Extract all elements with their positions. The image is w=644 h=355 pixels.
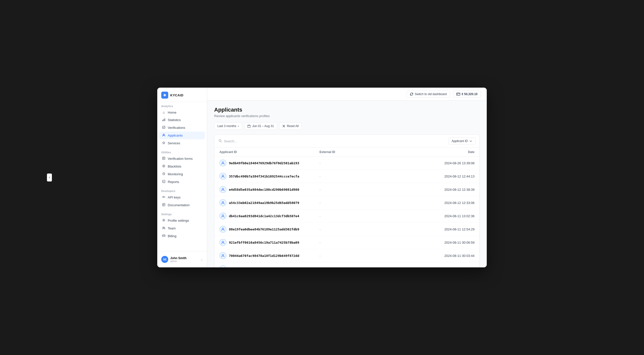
external-id-cell: -: [320, 161, 420, 165]
date-cell: 2024-08-12 12:44:13: [420, 174, 474, 178]
applicant-icon: [220, 212, 226, 220]
table-row[interactable]: bea8e263029fc849af1aabf1d3bbd4c6a01a - 2…: [214, 262, 480, 267]
analytics-section: Analytics ⌂ Home Statistics Verification…: [157, 102, 207, 148]
search-type-label: Applicant ID: [452, 139, 468, 143]
table-row[interactable]: 80e19fea0dbee84b76189e1125add302fdb9 - 2…: [214, 223, 480, 236]
svg-point-43: [222, 215, 224, 216]
sidebar-item-verification-forms[interactable]: Verification forms: [159, 155, 205, 162]
applicant-icon: [220, 160, 226, 166]
table-row[interactable]: e4d58d5e035a984dec180cd290b69081d980 - 2…: [214, 183, 480, 196]
verifications-icon: [162, 126, 166, 130]
sidebar-item-applicants[interactable]: Applicants: [159, 132, 205, 139]
table-row[interactable]: 357dbc490b7a384f341b1092544ccce7ecfa - 2…: [214, 170, 480, 183]
blacklists-icon: [162, 164, 166, 168]
table-row[interactable]: db41c6aa0293d841dc1a42c13dcf3db507e4 - 2…: [214, 210, 480, 223]
applicants-table: Applicant ID Applicant ID External ID Da…: [214, 134, 480, 267]
search-type-dropdown[interactable]: Applicant ID: [448, 138, 476, 144]
date-cell: 2024-08-12 12:33:06: [420, 201, 474, 205]
user-details: John Smith admin: [170, 256, 198, 263]
settings-label: Settings: [159, 213, 205, 216]
svg-point-23: [163, 220, 164, 221]
table-row[interactable]: a54c33eb02a21849aa19b9b25d65edd58079 - 2…: [214, 196, 480, 210]
applicant-icon: [220, 173, 226, 180]
applicant-id-cell: 70044a670fac98478a18f1d129b649f872dd: [220, 252, 320, 259]
table-row[interactable]: 70044a670fac98478a18f1d129b649f872dd - 2…: [214, 249, 480, 262]
external-id-cell: -: [320, 188, 420, 192]
svg-point-4: [163, 134, 164, 135]
svg-point-40: [222, 175, 224, 176]
sidebar-item-services[interactable]: Services: [159, 139, 205, 147]
page-title: Applicants: [214, 106, 480, 113]
sidebar-item-verifications[interactable]: Verifications: [159, 124, 205, 132]
svg-rect-1: [164, 119, 164, 121]
svg-line-38: [221, 141, 222, 142]
svg-rect-0: [162, 120, 163, 121]
sidebar-item-billing[interactable]: Billing: [159, 232, 205, 240]
svg-rect-12: [162, 180, 165, 183]
period-filter-button[interactable]: Last 3 months ▾: [214, 122, 242, 130]
svg-point-44: [222, 228, 224, 230]
sidebar-item-documentation[interactable]: Documentation: [159, 201, 205, 209]
sidebar-item-home[interactable]: ⌂ Home: [159, 108, 205, 116]
applicant-id-value: e4d58d5e035a984dec180cd290b69081d980: [229, 188, 299, 192]
sidebar-item-api-keys[interactable]: API keys: [159, 194, 205, 201]
switch-dashboard-label: Switch to old dashboard: [415, 92, 447, 96]
sidebar-item-team[interactable]: Team: [159, 224, 205, 232]
user-profile[interactable]: SE John Smith admin ⌄: [159, 254, 205, 264]
team-icon: [162, 226, 166, 230]
logo-icon: [161, 92, 168, 98]
applicant-id-value: db41c6aa0293d841dc1a42c13dcf3db507e4: [229, 214, 299, 218]
utilities-section: Utilities Verification forms Blacklists …: [157, 148, 207, 187]
reset-all-button[interactable]: Reset All: [279, 122, 302, 130]
date-range-button[interactable]: Jun 01 – Aug 31: [244, 122, 277, 130]
external-id-cell: -: [320, 267, 420, 268]
reports-icon: [162, 180, 166, 184]
table-row[interactable]: 9e8b49fb0e1848476929db76f0d2501ab193 - 2…: [214, 156, 480, 170]
settings-section: Settings Profile settings Team Billing: [157, 210, 207, 241]
sidebar-item-profile-settings-label: Profile settings: [168, 219, 189, 222]
table-row[interactable]: 921efbff0610a8456c19a711a7425b78ba09 - 2…: [214, 236, 480, 249]
applicant-id-cell: e4d58d5e035a984dec180cd290b69081d980: [220, 186, 320, 193]
date-range-label: Jun 01 – Aug 31: [252, 124, 274, 128]
switch-dashboard-button[interactable]: Switch to old dashboard: [406, 90, 450, 98]
reset-all-label: Reset All: [287, 124, 298, 128]
search-input[interactable]: [224, 139, 445, 143]
page-subtitle: Review applicants verifications profiles: [214, 114, 480, 118]
svg-point-39: [222, 162, 224, 163]
applicant-id-value: 921efbff0610a8456c19a711a7425b78ba09: [229, 241, 299, 244]
sidebar-item-reports[interactable]: Reports: [159, 178, 205, 186]
documentation-icon: [162, 203, 166, 207]
applicant-id-value: 80e19fea0dbee84b76189e1125add302fdb9: [229, 228, 299, 231]
external-id-cell: -: [320, 241, 420, 244]
sidebar-item-services-label: Services: [168, 141, 180, 145]
sidebar-item-blacklists-label: Blacklists: [168, 164, 181, 168]
applicant-icon: [220, 252, 226, 259]
sidebar-item-monitoring[interactable]: Monitoring: [159, 170, 205, 178]
brand-name: KYCAID: [170, 93, 184, 97]
search-icon: [218, 139, 222, 143]
period-chevron-icon: ▾: [238, 125, 239, 128]
sidebar-item-profile-settings[interactable]: Profile settings: [159, 217, 205, 224]
close-icon: [282, 124, 285, 128]
sidebar-item-applicants-label: Applicants: [168, 134, 183, 137]
svg-rect-31: [248, 125, 250, 128]
applicant-id-cell: a54c33eb02a21849aa19b9b25d65edd58079: [220, 199, 320, 206]
sidebar-item-billing-label: Billing: [168, 234, 176, 238]
analytics-label: Analytics: [159, 105, 205, 108]
sidebar-item-statistics-label: Statistics: [168, 118, 181, 122]
period-filter-label: Last 3 months: [218, 124, 236, 128]
applicant-id-cell: 921efbff0610a8456c19a711a7425b78ba09: [220, 239, 320, 246]
user-footer: SE John Smith admin ⌄: [157, 251, 207, 267]
external-id-cell: -: [320, 174, 420, 178]
sidebar-item-blacklists[interactable]: Blacklists: [159, 162, 205, 170]
brand-logo[interactable]: KYCAID: [157, 88, 207, 102]
sidebar-item-reports-label: Reports: [168, 180, 179, 184]
sidebar-item-verifications-label: Verifications: [168, 126, 185, 130]
applicants-icon: [162, 133, 166, 138]
balance-amount: € 50,320.10: [462, 92, 478, 96]
sidebar-item-statistics[interactable]: Statistics: [159, 116, 205, 124]
col-external-id: External ID: [320, 150, 420, 154]
user-role: admin: [170, 260, 198, 263]
calendar-icon: [247, 124, 250, 128]
sidebar-item-verification-forms-label: Verification forms: [168, 157, 193, 160]
